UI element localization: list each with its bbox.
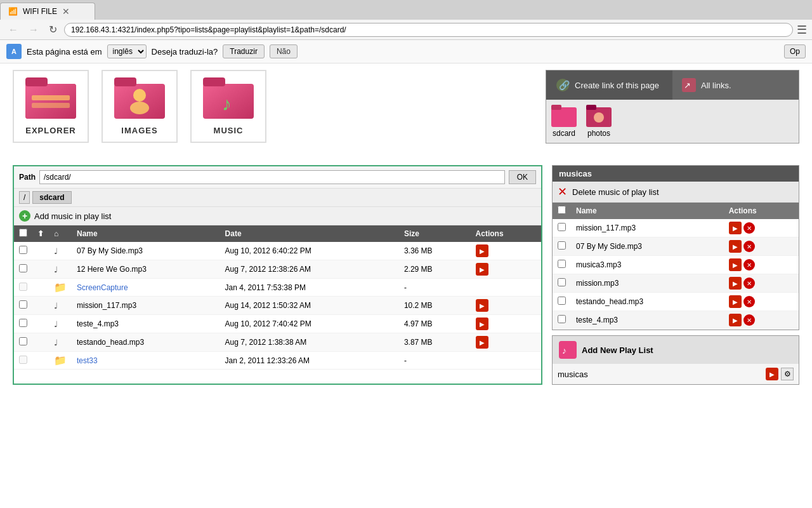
folder-link[interactable]: ScreenCapture: [77, 283, 128, 292]
playlist-play-button[interactable]: ▶: [766, 368, 778, 380]
playlist-remove-btn[interactable]: ✕: [743, 296, 755, 307]
address-bar[interactable]: [64, 23, 793, 37]
refresh-button[interactable]: ↻: [46, 22, 60, 37]
playlist-remove-btn[interactable]: ✕: [743, 222, 755, 234]
tab-favicon: 📶: [8, 7, 18, 16]
select-all-checkbox[interactable]: [19, 229, 27, 237]
playlist-remove-btn[interactable]: ✕: [743, 241, 755, 252]
file-checkbox[interactable]: [19, 337, 27, 345]
file-size-cell: 10.2 MB: [399, 297, 471, 315]
file-checkbox[interactable]: [19, 319, 27, 327]
music-card[interactable]: ♪ MUSIC: [190, 70, 266, 143]
table-row: ♩ testando_head.mp3 Aug 7, 2012 1:38:38 …: [14, 333, 541, 352]
playlist-checkbox-cell: [553, 311, 571, 330]
playlist-play-btn[interactable]: ▶: [729, 222, 742, 234]
active-tab[interactable]: 📶 WIFI FILE ✕: [0, 3, 95, 20]
svg-text:♪: ♪: [562, 345, 566, 356]
back-button[interactable]: ←: [5, 23, 22, 37]
music-folder-icon: ♪: [203, 77, 254, 119]
explorer-card[interactable]: EXPLORER: [13, 70, 89, 143]
playlist-play-btn[interactable]: ▶: [729, 277, 742, 290]
play-button[interactable]: ▶: [476, 336, 488, 349]
playlist-play-btn[interactable]: ▶: [729, 295, 742, 308]
list-item: musica3.mp3 ▶ ✕: [553, 256, 799, 274]
no-translate-button[interactable]: Não: [270, 44, 298, 58]
play-button[interactable]: ▶: [476, 244, 488, 257]
playlist-remove-btn[interactable]: ✕: [743, 277, 755, 289]
playlist-item-checkbox[interactable]: [558, 241, 566, 250]
playlist-item-name: 07 By My Side.mp3: [571, 237, 724, 256]
playlist-select-all[interactable]: [558, 206, 566, 214]
file-name-cell: mission_117.mp3: [72, 297, 220, 315]
svg-rect-19: [586, 105, 596, 110]
table-row: ♩ teste_4.mp3 Aug 10, 2012 7:40:42 PM 4.…: [14, 315, 541, 333]
file-checkbox[interactable]: [19, 300, 27, 309]
playlist-item-name: mission_117.mp3: [571, 219, 724, 237]
playlist-item-checkbox[interactable]: [558, 315, 566, 323]
table-row: 📁 ScreenCapture Jan 4, 2011 7:53:38 PM -: [14, 279, 541, 297]
file-checkbox-cell: [14, 315, 32, 333]
playlist-item-actions: ▶ ✕: [724, 293, 799, 311]
playlist-panel: musicas ✕ Delete music of play list Name…: [552, 165, 799, 330]
file-size-cell: 4.97 MB: [399, 315, 471, 333]
playlist-item-actions: ▶ ✕: [724, 219, 799, 237]
path-ok-button[interactable]: OK: [509, 170, 536, 184]
svg-rect-10: [203, 77, 225, 86]
translate-button[interactable]: Traduzir: [223, 44, 265, 58]
new-tab-area[interactable]: [95, 13, 121, 20]
sdcard-btn[interactable]: sdcard: [32, 191, 71, 204]
file-name-cell: test33: [72, 352, 220, 370]
file-checkbox[interactable]: [19, 356, 27, 364]
file-date-cell: Aug 10, 2012 6:40:22 PM: [220, 242, 399, 260]
svg-rect-6: [114, 77, 136, 86]
play-icon: ▶: [733, 225, 738, 232]
playlist-item-checkbox[interactable]: [558, 260, 566, 268]
playlist-table: Name Actions mission_117.mp3 ▶ ✕ 07 By M…: [553, 203, 799, 330]
svg-rect-4: [32, 103, 70, 108]
playlist-item-name: teste_4.mp3: [571, 311, 724, 330]
svg-point-8: [130, 102, 149, 114]
table-row: ♩ 12 Here We Go.mp3 Aug 7, 2012 12:38:26…: [14, 260, 541, 279]
play-button[interactable]: ▶: [476, 299, 488, 312]
file-checkbox[interactable]: [19, 264, 27, 272]
root-btn[interactable]: /: [19, 191, 30, 204]
play-icon: ▶: [733, 317, 738, 324]
add-music-bar[interactable]: + Add music in play list: [14, 207, 541, 225]
file-checkbox-cell: [14, 352, 32, 370]
file-checkbox-cell: [14, 242, 32, 260]
file-checkbox[interactable]: [19, 283, 27, 291]
playlist-play-btn[interactable]: ▶: [729, 258, 742, 271]
tab-close-btn[interactable]: ✕: [62, 6, 70, 17]
play-button[interactable]: ▶: [476, 263, 488, 276]
folder-link[interactable]: test33: [77, 356, 98, 365]
playlist-item-checkbox[interactable]: [558, 278, 566, 286]
photos-link[interactable]: photos: [586, 105, 612, 138]
playlist-play-btn[interactable]: ▶: [729, 314, 742, 326]
svg-text:♪: ♪: [222, 93, 232, 114]
playlist-item-checkbox[interactable]: [558, 297, 566, 305]
path-input[interactable]: [39, 170, 505, 184]
create-link-button[interactable]: 🔗 Create link of this page: [546, 70, 672, 100]
forward-button[interactable]: →: [25, 23, 42, 37]
translate-icon: A: [6, 44, 22, 59]
language-select[interactable]: inglês: [107, 44, 147, 58]
add-icon: +: [19, 210, 30, 222]
file-size-cell: 2.29 MB: [399, 260, 471, 279]
file-date-cell: Aug 14, 2012 1:50:32 AM: [220, 297, 399, 315]
file-checkbox[interactable]: [19, 246, 27, 254]
playlist-play-btn[interactable]: ▶: [729, 240, 742, 253]
sdcard-link[interactable]: sdcard: [551, 105, 577, 138]
images-card[interactable]: IMAGES: [102, 70, 178, 143]
playlist-remove-btn[interactable]: ✕: [743, 314, 755, 326]
menu-button[interactable]: ☰: [797, 23, 807, 37]
playlist-remove-btn[interactable]: ✕: [743, 259, 755, 271]
play-button[interactable]: ▶: [476, 318, 488, 330]
all-links-button[interactable]: ↗ All links.: [672, 70, 799, 100]
options-button[interactable]: Op: [784, 44, 806, 58]
folder-icon: 📁: [54, 355, 67, 366]
playlist-checkbox-cell: [553, 256, 571, 274]
file-date-cell: Jan 4, 2011 7:53:38 PM: [220, 279, 399, 297]
playlist-options-button[interactable]: ⚙: [781, 368, 794, 380]
playlist-item-checkbox[interactable]: [558, 223, 566, 231]
delete-row[interactable]: ✕ Delete music of play list: [553, 182, 799, 203]
